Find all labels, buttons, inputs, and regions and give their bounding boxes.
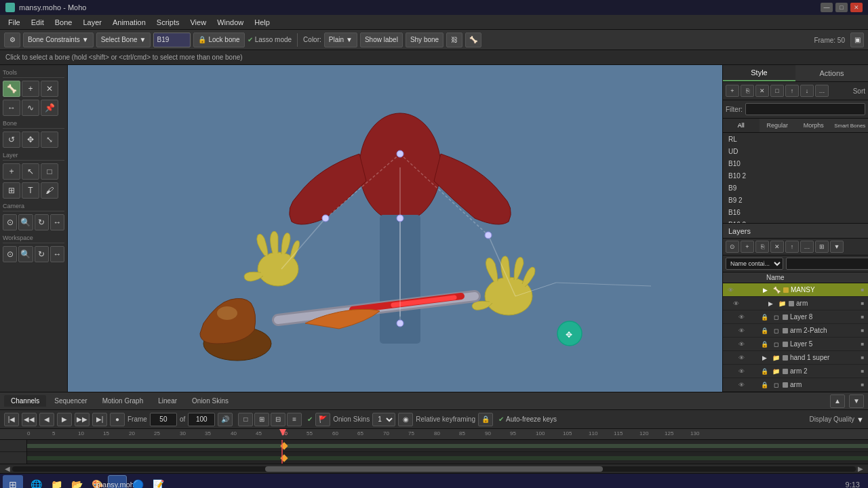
layers-btn3[interactable]: ⎘	[755, 241, 769, 253]
tl-view3-btn[interactable]: ⊟	[271, 413, 285, 426]
ws-tool3[interactable]: ↻	[35, 246, 49, 262]
bone-item-b9[interactable]: B9	[723, 182, 868, 194]
layer-vis-5[interactable]: 👁	[736, 340, 746, 349]
bones-up-btn[interactable]: ↑	[785, 85, 799, 97]
shy-bone-btn[interactable]: Shy bone	[406, 33, 443, 47]
tab-actions[interactable]: Actions	[795, 65, 868, 81]
show-label-btn[interactable]: Show label	[360, 33, 403, 47]
lasso-mode-check[interactable]: ✔ Lasso mode	[248, 36, 292, 43]
menu-file[interactable]: File	[3, 17, 26, 28]
layer-item-8[interactable]: 👁 🔒 ◻ Layer 8 ■	[723, 310, 868, 324]
layers-btn4[interactable]: ✕	[770, 241, 784, 253]
layer-lock-arm3[interactable]: 🔒	[760, 380, 769, 390]
tl-flag-btn[interactable]: 🚩	[315, 413, 330, 426]
layer-vis-8[interactable]: 👁	[736, 312, 746, 322]
layer-text-tool[interactable]: T	[22, 182, 39, 199]
filter-input[interactable]	[745, 103, 865, 115]
maximize-button[interactable]: □	[835, 3, 848, 12]
start-button[interactable]: ⊞	[3, 475, 23, 489]
bone-ik-tool[interactable]: ∿	[22, 100, 39, 116]
layers-btn2[interactable]: +	[741, 241, 754, 253]
bone-constraints-btn[interactable]: Bone Constraints ▼	[23, 33, 94, 47]
ws-tool1[interactable]: ⊙	[3, 246, 17, 262]
bone-move-tool[interactable]: ✥	[22, 131, 39, 148]
layer-vis-arm2p[interactable]: 👁	[736, 326, 746, 336]
tl-autofreeze-check[interactable]: ✔ Auto-freeze keys	[498, 415, 557, 423]
tl-up-btn[interactable]: ▲	[830, 394, 845, 408]
taskbar-icon-explorer[interactable]: 📂	[67, 475, 86, 489]
tl-fps-select[interactable]: 1	[372, 413, 395, 426]
layer-item-arm3[interactable]: 👁 🔒 ◻ arm ■	[723, 378, 868, 392]
menu-help[interactable]: Help	[249, 17, 275, 28]
bone-pin-tool[interactable]: 📌	[41, 100, 58, 116]
layers-btn6[interactable]: …	[800, 241, 814, 253]
tab-motion-graph[interactable]: Motion Graph	[96, 395, 151, 407]
canvas-area[interactable]: ✥	[68, 65, 722, 392]
layer-vis-arm2[interactable]: 👁	[736, 367, 746, 376]
scroll-right-btn[interactable]: ▶	[856, 464, 865, 474]
taskbar-icon-chrome[interactable]: 🔵	[128, 475, 147, 489]
layer-item-arm[interactable]: 👁 ▶ 📁 arm ■	[723, 297, 868, 310]
tl-play-btn[interactable]: ▶	[57, 413, 72, 426]
tl-frame-input[interactable]	[150, 413, 177, 426]
bones-sort-btn[interactable]: Sort	[853, 87, 865, 95]
bone-item-rl[interactable]: RL	[723, 133, 868, 145]
layer-select-tool[interactable]: ↖	[22, 163, 39, 180]
btype-all[interactable]: All	[723, 119, 760, 132]
minimize-button[interactable]: —	[821, 3, 833, 12]
close-button[interactable]: ✕	[850, 3, 863, 12]
bones-delete-btn[interactable]: ✕	[755, 85, 769, 97]
menu-bone[interactable]: Bone	[50, 17, 78, 28]
bone-select-tool[interactable]: 🦴	[3, 81, 20, 97]
bone-item-b162[interactable]: B16 2	[723, 218, 868, 223]
layers-btn5[interactable]: ↑	[785, 241, 799, 253]
toolbar-icon1[interactable]: ⛓	[446, 33, 462, 47]
layers-btn1[interactable]: ⊙	[726, 241, 739, 253]
bones-add-btn[interactable]: +	[726, 85, 739, 97]
menu-animation[interactable]: Animation	[107, 17, 151, 28]
menu-view[interactable]: View	[184, 17, 212, 28]
scroll-left-btn[interactable]: ◀	[3, 464, 12, 474]
layer-item-mansy[interactable]: 👁 ▶ 🦴 MANSY ■	[723, 283, 868, 297]
layers-filter-input[interactable]	[786, 258, 868, 270]
camera-pan-tool[interactable]: ↔	[50, 214, 64, 230]
color-plain-btn[interactable]: Plain ▼	[324, 33, 357, 47]
camera-zoom-tool[interactable]: 🔍	[18, 214, 33, 230]
bones-down-btn[interactable]: ↓	[800, 85, 814, 97]
layer-move-tool[interactable]: □	[41, 163, 58, 180]
layer-vis-hand1[interactable]: 👁	[736, 353, 746, 363]
tl-next-keyframe-btn[interactable]: ▶▶	[75, 413, 90, 426]
tl-down-btn[interactable]: ▼	[849, 394, 864, 408]
bone-item-b92[interactable]: B9 2	[723, 194, 868, 206]
camera-orbit-tool[interactable]: ⊙	[3, 214, 17, 230]
menu-window[interactable]: Window	[212, 17, 249, 28]
bones-layer-btn[interactable]: □	[770, 85, 784, 97]
layer-lock-arm2[interactable]: 🔒	[760, 367, 769, 376]
layers-btn7[interactable]: ⊞	[815, 241, 829, 253]
toolbar-icon2[interactable]: 🦴	[465, 33, 481, 47]
lock-bone-btn[interactable]: 🔒 Lock bone	[193, 33, 244, 47]
taskbar-icon-browser[interactable]: 🌐	[26, 475, 45, 489]
bone-name-input[interactable]	[153, 33, 191, 47]
layer-lock-5[interactable]: 🔒	[760, 340, 769, 349]
ws-tool4[interactable]: ↔	[50, 246, 64, 262]
layer-item-5[interactable]: 👁 🔒 ◻ Layer 5 ■	[723, 338, 868, 351]
tab-style[interactable]: Style	[723, 65, 795, 81]
layers-btn8[interactable]: ▼	[830, 241, 844, 253]
ws-tool2[interactable]: 🔍	[18, 246, 33, 262]
tl-onion-btn[interactable]: ◉	[398, 413, 413, 426]
select-bone-btn[interactable]: Select Bone ▼	[96, 33, 151, 47]
btype-smart[interactable]: Smart Bones	[832, 119, 869, 132]
bones-copy-btn[interactable]: ⎘	[741, 85, 754, 97]
tl-sound-btn[interactable]: 🔊	[218, 413, 233, 426]
bones-more-btn[interactable]: …	[815, 85, 829, 97]
tl-relkey-btn[interactable]: 🔒	[478, 413, 493, 426]
tab-channels[interactable]: Channels	[4, 395, 46, 407]
menu-edit[interactable]: Edit	[26, 17, 50, 28]
bone-scale-tool[interactable]: ⤡	[41, 131, 58, 148]
toolbar-extra[interactable]: ▣	[850, 33, 864, 47]
layer-item-arm2[interactable]: 👁 🔒 📁 arm 2 ■	[723, 365, 868, 378]
layer-vis-arm3[interactable]: 👁	[736, 380, 746, 390]
layers-filter-dropdown[interactable]: Name contai...	[726, 258, 783, 270]
layer-add-tool[interactable]: +	[3, 163, 20, 180]
